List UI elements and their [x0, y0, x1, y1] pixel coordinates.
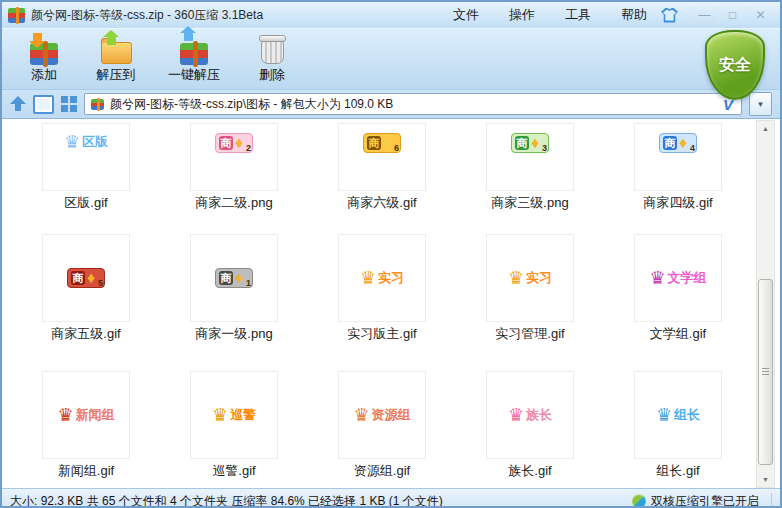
- file-grid: ♛ 区版 区版.gif 商 ♦2 商家二级.png: [2, 119, 780, 480]
- crown-rank-icon: ♛ 族长: [508, 406, 552, 424]
- file-name: 区版.gif: [12, 194, 160, 212]
- app-window: 颜兮网-图标-等级-css.zip - 360压缩 3.1Beta 文件 操作 …: [0, 0, 782, 508]
- crown-rank-icon: ♛ 区版: [64, 133, 108, 151]
- extract-to-button[interactable]: 解压到: [80, 32, 152, 86]
- one-click-extract-icon: [177, 35, 211, 65]
- merchant-badge-icon: 商 ♦3: [511, 133, 549, 153]
- up-directory-button[interactable]: [10, 96, 26, 112]
- menu-file[interactable]: 文件: [453, 6, 479, 24]
- file-name: 实习管理.gif: [456, 325, 604, 343]
- file-item[interactable]: 商 ♦6 商家六级.gif: [308, 119, 456, 212]
- trash-icon: [255, 35, 289, 65]
- file-item[interactable]: ♛ 巡警 巡警.gif: [160, 343, 308, 480]
- crown-rank-icon: ♛ 新闻组: [57, 406, 114, 424]
- scroll-down-arrow-icon[interactable]: ▼: [757, 472, 774, 487]
- add-button[interactable]: 添加: [8, 32, 80, 86]
- address-bar-row: 颜兮网-图标-等级-css.zip\图标 - 解包大小为 109.0 KB V …: [2, 89, 780, 119]
- file-thumbnail: ♛ 文学组: [634, 234, 722, 322]
- file-item[interactable]: ♛ 资源组 资源组.gif: [308, 343, 456, 480]
- menu-help[interactable]: 帮助: [621, 6, 647, 24]
- security-shield-label: 安全: [719, 55, 751, 76]
- crown-rank-icon: ♛ 实习: [508, 269, 552, 287]
- file-name: 新闻组.gif: [12, 462, 160, 480]
- maximize-button[interactable]: □: [718, 6, 746, 24]
- archive-path-text: 颜兮网-图标-等级-css.zip\图标 - 解包大小为 109.0 KB: [110, 96, 717, 113]
- status-summary-text: 大小: 92.3 KB 共 65 个文件和 4 个文件夹 压缩率 84.6% 已…: [10, 493, 443, 508]
- gem-level-icon: ♦1: [235, 271, 249, 285]
- vertical-scrollbar[interactable]: ▲ ▼: [756, 120, 775, 488]
- file-item[interactable]: 商 ♦4 商家四级.gif: [604, 119, 752, 212]
- file-item[interactable]: ♛ 实习 实习版主.gif: [308, 212, 456, 343]
- merchant-badge-icon: 商 ♦6: [363, 133, 401, 153]
- file-thumbnail: ♛ 实习: [486, 234, 574, 322]
- file-item[interactable]: 商 ♦3 商家三级.png: [456, 119, 604, 212]
- menu-tools[interactable]: 工具: [565, 6, 591, 24]
- file-item[interactable]: 商 ♦1 商家一级.png: [160, 212, 308, 343]
- toolbar: 添加 解压到 一键解压 删除 安全: [2, 28, 780, 89]
- scrollbar-thumb[interactable]: [758, 279, 773, 465]
- crown-rank-icon: ♛ 文学组: [649, 269, 706, 287]
- menu-operation[interactable]: 操作: [509, 6, 535, 24]
- view-large-icons-button[interactable]: [33, 95, 54, 114]
- file-item[interactable]: ♛ 新闻组 新闻组.gif: [12, 343, 160, 480]
- delete-button-label: 删除: [259, 66, 285, 84]
- crown-rank-icon: ♛ 巡警: [212, 406, 256, 424]
- add-button-label: 添加: [31, 66, 57, 84]
- engine-status-text: 双核压缩引擎已开启: [651, 493, 759, 508]
- file-item[interactable]: 商 ♦5 商家五级.gif: [12, 212, 160, 343]
- file-item[interactable]: 商 ♦2 商家二级.png: [160, 119, 308, 212]
- minimize-button[interactable]: —: [690, 6, 718, 24]
- extract-to-label: 解压到: [97, 66, 136, 84]
- file-name: 商家五级.gif: [12, 325, 160, 343]
- status-separator: [771, 493, 772, 508]
- file-item[interactable]: ♛ 区版 区版.gif: [12, 119, 160, 212]
- close-button[interactable]: ✕: [746, 6, 774, 24]
- file-name: 商家三级.png: [456, 194, 604, 212]
- engine-status: 双核压缩引擎已开启: [632, 493, 763, 508]
- file-name: 巡警.gif: [160, 462, 308, 480]
- delete-button[interactable]: 删除: [236, 32, 308, 86]
- file-name: 商家六级.gif: [308, 194, 456, 212]
- file-item[interactable]: ♛ 文学组 文学组.gif: [604, 212, 752, 343]
- file-name: 商家二级.png: [160, 194, 308, 212]
- crown-rank-icon: ♛ 资源组: [353, 406, 410, 424]
- gem-level-icon: ♦5: [87, 271, 101, 285]
- file-thumbnail: ♛ 族长: [486, 371, 574, 459]
- gem-level-icon: ♦3: [531, 136, 545, 150]
- file-list-area: ♛ 区版 区版.gif 商 ♦2 商家二级.png: [2, 119, 780, 488]
- file-item[interactable]: ♛ 族长 族长.gif: [456, 343, 604, 480]
- gem-level-icon: ♦2: [235, 136, 249, 150]
- file-item[interactable]: ♛ 实习 实习管理.gif: [456, 212, 604, 343]
- merchant-badge-icon: 商 ♦5: [67, 268, 105, 288]
- scroll-up-arrow-icon[interactable]: ▲: [757, 121, 774, 136]
- file-name: 文学组.gif: [604, 325, 752, 343]
- archive-path-icon: [91, 99, 104, 110]
- gem-level-icon: ♦4: [679, 136, 693, 150]
- address-dropdown-button[interactable]: ▼: [749, 92, 772, 116]
- file-thumbnail: 商 ♦3: [486, 123, 574, 191]
- one-click-extract-button[interactable]: 一键解压: [152, 32, 236, 86]
- gem-level-icon: ♦6: [383, 136, 397, 150]
- file-thumbnail: 商 ♦1: [190, 234, 278, 322]
- skin-theme-icon[interactable]: [661, 8, 678, 23]
- window-controls: — □ ✕: [690, 6, 774, 24]
- menu-bar: 文件 操作 工具 帮助: [453, 6, 647, 24]
- file-name: 实习版主.gif: [308, 325, 456, 343]
- view-grid-button[interactable]: [61, 96, 77, 112]
- file-name: 商家一级.png: [160, 325, 308, 343]
- extract-folder-icon: [99, 35, 133, 65]
- address-field[interactable]: 颜兮网-图标-等级-css.zip\图标 - 解包大小为 109.0 KB V: [84, 93, 742, 115]
- file-name: 资源组.gif: [308, 462, 456, 480]
- file-thumbnail: 商 ♦5: [42, 234, 130, 322]
- file-thumbnail: ♛ 组长: [634, 371, 722, 459]
- file-item[interactable]: ♛ 组长 组长.gif: [604, 343, 752, 480]
- crown-rank-icon: ♛ 实习: [360, 269, 404, 287]
- file-name: 商家四级.gif: [604, 194, 752, 212]
- file-thumbnail: ♛ 区版: [42, 123, 130, 191]
- file-thumbnail: 商 ♦6: [338, 123, 426, 191]
- merchant-badge-icon: 商 ♦4: [659, 133, 697, 153]
- file-thumbnail: ♛ 资源组: [338, 371, 426, 459]
- file-thumbnail: ♛ 实习: [338, 234, 426, 322]
- window-title: 颜兮网-图标-等级-css.zip - 360压缩 3.1Beta: [31, 7, 263, 24]
- file-thumbnail: 商 ♦2: [190, 123, 278, 191]
